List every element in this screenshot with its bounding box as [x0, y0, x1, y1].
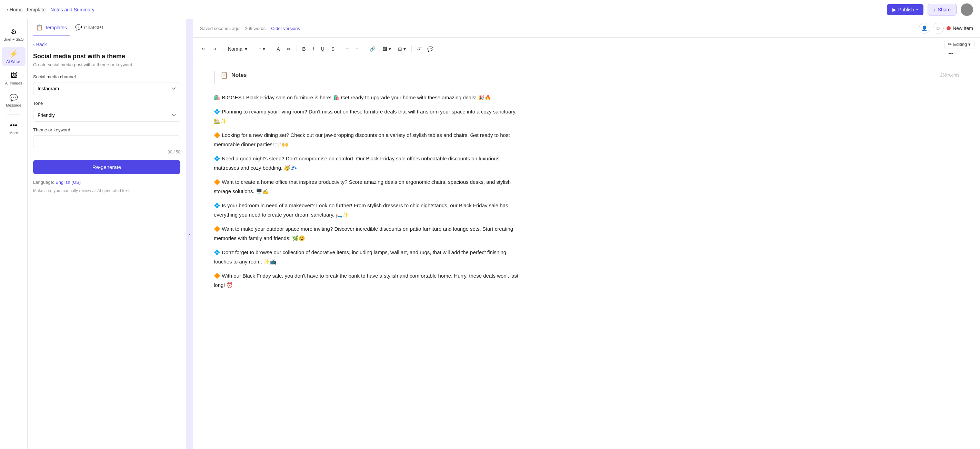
panel-tabs: 📋 Templates 💬 ChatGPT [28, 19, 186, 36]
doc-icon: 📋 [220, 72, 228, 79]
back-chevron-icon: ‹ [33, 42, 35, 47]
message-icon: 💬 [9, 94, 18, 102]
more-options-button[interactable]: ••• [945, 49, 956, 58]
settings-icon[interactable]: ⚙ [933, 23, 944, 34]
theme-label: Theme or keyword [33, 127, 180, 132]
text-color-button[interactable]: A [274, 45, 282, 53]
back-label: Back [36, 42, 47, 47]
sidebar-item-ai-writer[interactable]: ⚡ AI Writer [2, 47, 25, 66]
remove-format-button[interactable]: 𝒯̶ [414, 44, 423, 53]
content-para-0: 🛍️ BIGGEST Black Friday sale on furnitur… [214, 93, 524, 102]
image-button[interactable]: 🖼 ▾ [380, 45, 394, 53]
share-label: Share [938, 7, 951, 13]
editor-area: Saved seconds ago 269 words Older versio… [193, 19, 980, 449]
language-line: Language: English (US) [33, 180, 180, 185]
content-para-5: 💠 Is your bedroom in need of a makeover?… [214, 201, 524, 219]
brief-seo-icon: ⚙ [11, 28, 17, 36]
older-versions-link[interactable]: Older versions [271, 26, 300, 31]
content-para-4: 🔶 Want to create a home office that insp… [214, 177, 524, 196]
editing-button[interactable]: ✏ Editing ▾ [944, 40, 974, 49]
format-toolbar: ↩ ↪ Normal ▾ ≡ ▾ A ✏ B I U S ≡ ≡ 🔗 🖼 ▾ ⊞… [193, 38, 980, 61]
content-para-7: 💠 Don't forget to browse our collection … [214, 248, 524, 266]
templates-tab-icon: 📋 [36, 24, 43, 31]
red-dot-icon [947, 26, 951, 30]
theme-input[interactable]: Black Friday sale on furniture [33, 135, 180, 148]
toolbar-separator-5 [340, 46, 340, 53]
tone-label: Tone [33, 101, 180, 106]
avatar[interactable] [961, 3, 973, 16]
add-user-icon[interactable]: 👤 [919, 23, 930, 34]
sidebar-item-ai-images[interactable]: 🖼 AI Images [2, 69, 25, 88]
publish-button[interactable]: ▶ Publish ▾ [887, 4, 923, 15]
editor-icons-right: 👤 ⚙ New Item [919, 23, 973, 34]
link-button[interactable]: 🔗 [367, 45, 378, 53]
sidebar-item-label-more: More [9, 131, 18, 135]
editing-label: Editing [953, 42, 967, 47]
sidebar-item-label-ai-writer: AI Writer [6, 59, 21, 64]
new-item-indicator: New Item [947, 25, 973, 31]
home-link[interactable]: ‹ Home [7, 7, 22, 13]
more-icon: ••• [10, 121, 17, 129]
toolbar-separator-7 [411, 46, 412, 53]
regenerate-button[interactable]: Re-generate [33, 160, 180, 174]
template-prefix: Template: [26, 7, 47, 13]
share-button[interactable]: ↑ Share [928, 4, 956, 16]
comment-button[interactable]: 💬 [425, 45, 436, 53]
regenerate-label: Re-generate [92, 164, 121, 170]
ai-images-icon: 🖼 [10, 72, 17, 80]
chatgpt-tab-icon: 💬 [75, 24, 82, 31]
topbar-right: ▶ Publish ▾ ↑ Share [887, 3, 973, 16]
style-picker-arrow: ▾ [245, 46, 247, 52]
italic-button[interactable]: I [310, 45, 317, 53]
saved-status: Saved seconds ago [200, 26, 239, 31]
editor-content[interactable]: 📋 Notes 269 words 🛍️ BIGGEST Black Frida… [193, 61, 980, 449]
panel-description: Create social media post with a theme or… [33, 62, 180, 67]
back-link[interactable]: ‹ Back [33, 42, 180, 47]
home-label: Home [10, 7, 22, 13]
table-button[interactable]: ⊞ ▾ [395, 45, 409, 53]
underline-button[interactable]: U [318, 45, 327, 53]
content-body: 🛍️ BIGGEST Black Friday sale on furnitur… [214, 93, 524, 290]
social-channel-select[interactable]: Instagram Facebook Twitter LinkedIn TikT… [33, 82, 180, 95]
editing-icon: ✏ [948, 42, 952, 47]
content-para-8: 🔶 With our Black Friday sale, you don't … [214, 271, 524, 290]
editor-top-bar: Saved seconds ago 269 words Older versio… [193, 19, 980, 38]
numbered-list-button[interactable]: ≡ [353, 45, 361, 53]
publish-label: Publish [898, 7, 914, 13]
panel-title: Social media post with a theme [33, 53, 180, 60]
redo-button[interactable]: ↪ [210, 45, 219, 53]
editing-arrow: ▾ [968, 42, 971, 47]
sidebar-item-message[interactable]: 💬 Message [2, 91, 25, 110]
sidebar-item-brief-seo[interactable]: ⚙ Brief + SEO [2, 25, 25, 44]
social-channel-label: Social media channel [33, 74, 180, 79]
content-para-6: 🔶 Want to make your outdoor space more i… [214, 224, 524, 243]
doc-header: 📋 Notes 269 words [214, 72, 959, 84]
chatgpt-tab-label: ChatGPT [84, 25, 104, 30]
tab-templates[interactable]: 📋 Templates [33, 19, 70, 36]
tab-chatgpt[interactable]: 💬 ChatGPT [72, 19, 107, 36]
panel-body: ‹ Back Social media post with a theme Cr… [28, 36, 186, 449]
language-prefix: Language: [33, 180, 54, 185]
undo-button[interactable]: ↩ [199, 45, 208, 53]
tone-select[interactable]: Friendly Professional Casual Formal Humo… [33, 108, 180, 122]
panel: 📋 Templates 💬 ChatGPT ‹ Back Social medi… [28, 19, 186, 449]
doc-word-count: 269 words [940, 73, 959, 78]
bullet-list-button[interactable]: ≡ [343, 45, 352, 53]
topbar-left: ‹ Home Template: Notes and Summary [7, 7, 94, 13]
sidebar-item-label-ai-images: AI Images [5, 81, 22, 85]
new-item-label: New Item [953, 25, 973, 31]
align-button[interactable]: ≡ ▾ [256, 45, 268, 53]
language-link[interactable]: English (US) [56, 180, 81, 185]
main-layout: ⚙ Brief + SEO ⚡ AI Writer 🖼 AI Images 💬 … [0, 19, 980, 449]
publish-icon: ▶ [892, 7, 896, 13]
content-para-3: 💠 Need a good night's sleep? Don't compr… [214, 154, 524, 172]
strikethrough-button[interactable]: S [329, 45, 337, 53]
highlight-button[interactable]: ✏ [284, 45, 294, 53]
style-picker-label: Normal [228, 46, 243, 52]
style-picker-button[interactable]: Normal ▾ [225, 45, 250, 53]
share-icon: ↑ [934, 7, 936, 13]
panel-collapse-button[interactable]: ‹ [186, 19, 193, 449]
toolbar-separator-8 [439, 46, 439, 53]
sidebar-item-more[interactable]: ••• More [2, 119, 25, 138]
bold-button[interactable]: B [300, 45, 309, 53]
